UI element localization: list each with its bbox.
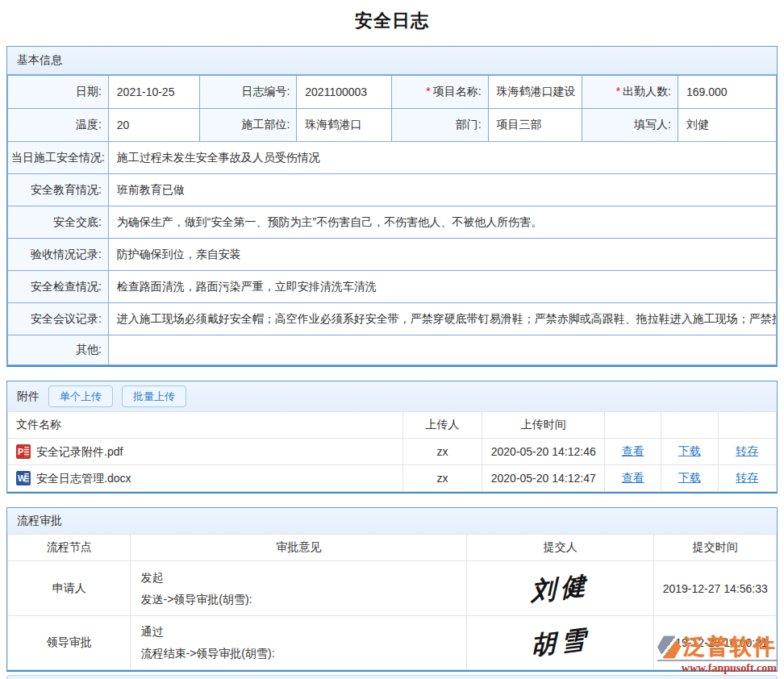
attachments-header-label: 附件 — [17, 389, 40, 404]
uploader-column-header: 上传人 — [402, 412, 482, 439]
writer-label: 填写人: — [582, 109, 678, 142]
signature-liu-jian: 刘健 — [531, 568, 590, 609]
upload-time-column-header: 上传时间 — [482, 412, 605, 439]
single-upload-button[interactable]: 单个上传 — [48, 385, 113, 407]
safety-meeting-label: 安全会议记录: — [8, 303, 109, 335]
safety-education-row: 安全教育情况: 班前教育已做 — [8, 174, 777, 206]
fanpu-watermark: 泛普软件 www.fanpusoft.com — [657, 635, 777, 675]
safety-situation-label: 当日施工安全情况: — [8, 142, 109, 174]
uploader-cell: zx — [402, 465, 482, 492]
view-link[interactable]: 查看 — [622, 444, 644, 457]
approval-opinion-column-header: 审批意见 — [131, 535, 466, 561]
safety-inspection-value: 检查路面清洗，路面污染严重，立即安排清洗车清洗 — [108, 271, 776, 303]
attachment-row-pdf: P安全记录附件.pdf zx 2020-05-20 14:12:46 查看 下载… — [8, 439, 777, 465]
safety-education-value: 班前教育已做 — [108, 174, 776, 206]
file-name: 安全日志管理.docx — [36, 472, 131, 485]
file-name-column-header: 文件名称 — [8, 412, 403, 439]
safety-briefing-label: 安全交底: — [8, 206, 109, 239]
action-column-header — [718, 412, 776, 439]
flow-node-cell: 申请人 — [8, 561, 131, 616]
pdf-file-icon: P — [16, 444, 31, 459]
batch-upload-button[interactable]: 批量上传 — [122, 385, 186, 407]
opinion-line: 通过 — [140, 621, 456, 643]
basic-info-header: 基本信息 — [7, 47, 777, 75]
log-number-label: 日志编号: — [200, 76, 297, 109]
acceptance-record-label: 验收情况记录: — [8, 239, 109, 271]
approval-flow-header: 流程审批 — [7, 508, 777, 534]
basic-info-table: 日期: 2021-10-25 日志编号: 2021100003 *项目名称: 珠… — [7, 75, 777, 365]
download-link[interactable]: 下载 — [678, 444, 701, 457]
temperature-value: 20 — [108, 109, 199, 142]
fanpu-website-url: www.fanpusoft.com — [657, 660, 777, 675]
safety-inspection-label: 安全检查情况: — [8, 271, 109, 303]
submitter-column-header: 提交人 — [466, 535, 654, 561]
attachments-table: 文件名称 上传人 上传时间 P安全记录附件.pdf zx 2020-05-20 … — [7, 411, 777, 492]
download-link[interactable]: 下载 — [678, 471, 701, 484]
required-asterisk: * — [616, 85, 620, 98]
basic-row-2: 温度: 20 施工部位: 珠海鹤港口 部门: 项目三部 填写人: 刘健 — [8, 109, 777, 142]
acceptance-record-value: 防护确保到位，亲自安装 — [108, 239, 776, 271]
save-as-link[interactable]: 转存 — [736, 444, 758, 457]
basic-info-section: 基本信息 日期: 2021-10-25 日志编号: 2021100003 *项目… — [6, 46, 778, 367]
approval-opinion-cell: 通过 流程结束->领导审批(胡雪): — [131, 616, 466, 670]
submitter-cell: 刘健 — [466, 561, 654, 616]
log-number-value: 2021100003 — [297, 76, 392, 109]
attachments-header-row: 文件名称 上传人 上传时间 — [8, 412, 777, 439]
opinion-line: 发送->领导审批(胡雪): — [140, 589, 456, 610]
approval-row-applicant: 申请人 发起 发送->领导审批(胡雪): 刘健 2019-12-27 14:56… — [8, 561, 777, 616]
page-footer-bar — [6, 675, 778, 679]
construction-part-value: 珠海鹤港口 — [297, 109, 392, 142]
required-asterisk: * — [426, 85, 430, 98]
project-name-value: 珠海鹤港口建设 — [488, 76, 582, 109]
attachment-row-word: W安全日志管理.docx zx 2020-05-20 14:12:47 查看 下… — [8, 465, 777, 492]
attachments-section: 附件 单个上传 批量上传 文件名称 上传人 上传时间 P安全记录附件.pdf z… — [6, 381, 778, 494]
safety-briefing-row: 安全交底: 为确保生产，做到“安全第一、预防为主”不伤害自己，不伤害他人、不被他… — [8, 206, 777, 239]
attachments-header: 附件 单个上传 批量上传 — [7, 381, 777, 411]
flow-node-cell: 领导审批 — [8, 616, 131, 670]
other-row: 其他: — [8, 335, 777, 365]
page-title: 安全日志 — [0, 9, 784, 33]
attendance-value: 169.000 — [678, 76, 776, 109]
action-column-header — [661, 412, 719, 439]
upload-time-cell: 2020-05-20 14:12:46 — [482, 439, 605, 465]
basic-info-header-label: 基本信息 — [17, 53, 62, 68]
basic-row-1: 日期: 2021-10-25 日志编号: 2021100003 *项目名称: 珠… — [8, 76, 777, 109]
file-name: 安全记录附件.pdf — [36, 445, 123, 458]
opinion-line: 流程结束->领导审批(胡雪): — [140, 643, 456, 664]
fanpu-logo-icon — [657, 635, 681, 659]
approval-opinion-cell: 发起 发送->领导审批(胡雪): — [131, 561, 466, 616]
safety-situation-value: 施工过程未发生安全事故及人员受伤情况 — [108, 142, 776, 174]
upload-time-cell: 2020-05-20 14:12:47 — [482, 465, 605, 492]
department-label: 部门: — [392, 109, 488, 142]
construction-part-label: 施工部位: — [200, 109, 297, 142]
safety-inspection-row: 安全检查情况: 检查路面清洗，路面污染严重，立即安排清洗车清洗 — [8, 271, 777, 303]
submit-time-column-header: 提交时间 — [654, 535, 777, 561]
approval-header-row: 流程节点 审批意见 提交人 提交时间 — [8, 535, 777, 561]
file-name-cell: W安全日志管理.docx — [8, 465, 403, 492]
submitter-cell: 胡雪 — [466, 616, 654, 670]
writer-value: 刘健 — [678, 109, 776, 142]
temperature-label: 温度: — [8, 109, 109, 142]
signature-hu-xue: 胡雪 — [531, 622, 590, 663]
uploader-cell: zx — [402, 439, 482, 465]
date-value: 2021-10-25 — [108, 76, 199, 109]
opinion-line: 发起 — [140, 567, 456, 589]
save-as-link[interactable]: 转存 — [736, 471, 758, 484]
acceptance-record-row: 验收情况记录: 防护确保到位，亲自安装 — [8, 239, 777, 271]
safety-meeting-row: 安全会议记录: 进入施工现场必须戴好安全帽；高空作业必须系好安全带，严禁穿硬底带… — [8, 303, 777, 335]
safety-meeting-value: 进入施工现场必须戴好安全帽；高空作业必须系好安全带，严禁穿硬底带钉易滑鞋；严禁赤… — [108, 303, 776, 335]
approval-flow-header-label: 流程审批 — [17, 514, 62, 528]
flow-node-column-header: 流程节点 — [8, 535, 131, 561]
other-value — [108, 335, 776, 365]
other-label: 其他: — [8, 335, 109, 365]
safety-situation-row: 当日施工安全情况: 施工过程未发生安全事故及人员受伤情况 — [8, 142, 777, 174]
safety-briefing-value: 为确保生产，做到“安全第一、预防为主”不伤害自己，不伤害他人、不被他人所伤害。 — [108, 206, 776, 239]
department-value: 项目三部 — [488, 109, 582, 142]
action-column-header — [605, 412, 661, 439]
word-file-icon: W — [16, 471, 31, 485]
project-name-label: *项目名称: — [392, 76, 488, 109]
safety-education-label: 安全教育情况: — [8, 174, 109, 206]
view-link[interactable]: 查看 — [622, 471, 644, 484]
fanpu-brand-text: 泛普软件 — [683, 636, 777, 658]
date-label: 日期: — [8, 76, 109, 109]
